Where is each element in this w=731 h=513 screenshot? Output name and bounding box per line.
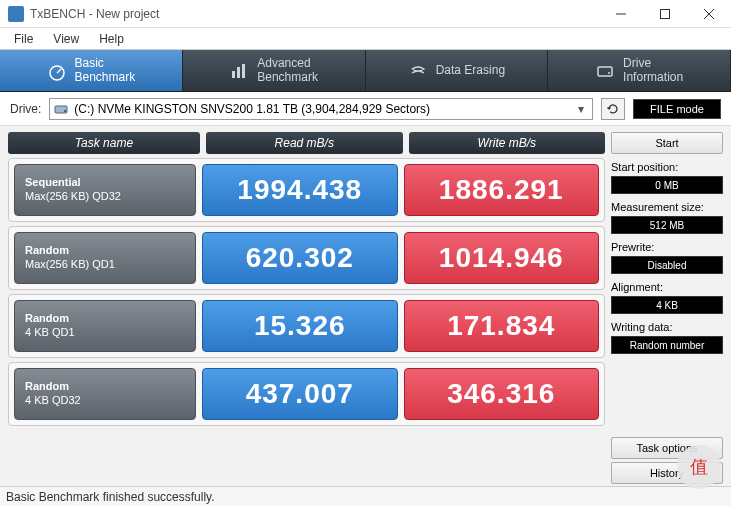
drive-selected-text: (C:) NVMe KINGSTON SNVS200 1.81 TB (3,90…	[74, 102, 568, 116]
task-title: Random	[25, 312, 195, 326]
drive-icon	[595, 61, 615, 81]
prewrite-label: Prewrite:	[611, 241, 723, 253]
write-value[interactable]: 1886.291	[404, 164, 600, 216]
write-value[interactable]: 346.316	[404, 368, 600, 420]
task-title: Sequential	[25, 176, 195, 190]
tab-label: AdvancedBenchmark	[257, 57, 318, 85]
drive-row: Drive: (C:) NVMe KINGSTON SNVS200 1.81 T…	[0, 92, 731, 126]
task-sub: Max(256 KB) QD1	[25, 258, 195, 272]
svg-line-5	[57, 69, 61, 73]
file-mode-button[interactable]: FILE mode	[633, 99, 721, 119]
task-cell[interactable]: RandomMax(256 KB) QD1	[14, 232, 196, 284]
alignment-label: Alignment:	[611, 281, 723, 293]
read-value[interactable]: 620.302	[202, 232, 398, 284]
app-icon	[8, 6, 24, 22]
menubar: File View Help	[0, 28, 731, 50]
reload-button[interactable]	[601, 98, 625, 120]
window-controls	[599, 0, 731, 27]
menu-help[interactable]: Help	[89, 30, 134, 48]
tab-drive-information[interactable]: DriveInformation	[548, 50, 731, 91]
tab-basic-benchmark[interactable]: BasicBenchmark	[0, 50, 183, 91]
statusbar: Basic Benchmark finished successfully.	[0, 486, 731, 506]
tabbar: BasicBenchmark AdvancedBenchmark Data Er…	[0, 50, 731, 92]
measurement-size-value[interactable]: 512 MB	[611, 216, 723, 234]
header-read: Read mB/s	[206, 132, 403, 154]
task-cell[interactable]: Random4 KB QD32	[14, 368, 196, 420]
task-sub: Max(256 KB) QD32	[25, 190, 195, 204]
task-title: Random	[25, 244, 195, 258]
write-value[interactable]: 171.834	[404, 300, 600, 352]
menu-view[interactable]: View	[43, 30, 89, 48]
svg-rect-6	[232, 71, 235, 78]
task-title: Random	[25, 380, 195, 394]
tab-advanced-benchmark[interactable]: AdvancedBenchmark	[183, 50, 366, 91]
tab-label: DriveInformation	[623, 57, 683, 85]
window-title: TxBENCH - New project	[30, 7, 599, 21]
prewrite-value[interactable]: Disabled	[611, 256, 723, 274]
task-sub: 4 KB QD1	[25, 326, 195, 340]
table-row: Random4 KB QD1 15.326 171.834	[8, 294, 605, 358]
write-value[interactable]: 1014.946	[404, 232, 600, 284]
start-button[interactable]: Start	[611, 132, 723, 154]
close-button[interactable]	[687, 0, 731, 27]
start-position-label: Start position:	[611, 161, 723, 173]
titlebar: TxBENCH - New project	[0, 0, 731, 28]
maximize-button[interactable]	[643, 0, 687, 27]
watermark-icon: 值	[677, 445, 721, 489]
alignment-value[interactable]: 4 KB	[611, 296, 723, 314]
sidebar: Start Start position: 0 MB Measurement s…	[611, 132, 723, 484]
benchmark-table: Task name Read mB/s Write mB/s Sequentia…	[8, 132, 605, 484]
chart-icon	[229, 61, 249, 81]
tab-data-erasing[interactable]: Data Erasing	[366, 50, 549, 91]
svg-rect-9	[598, 67, 612, 76]
header-row: Task name Read mB/s Write mB/s	[8, 132, 605, 154]
header-task: Task name	[8, 132, 200, 154]
writing-data-label: Writing data:	[611, 321, 723, 333]
erase-icon	[408, 61, 428, 81]
disk-icon	[54, 102, 68, 116]
read-value[interactable]: 15.326	[202, 300, 398, 352]
chevron-down-icon: ▾	[574, 102, 588, 116]
drive-label: Drive:	[10, 102, 41, 116]
task-cell[interactable]: SequentialMax(256 KB) QD32	[14, 164, 196, 216]
header-write: Write mB/s	[409, 132, 606, 154]
read-value[interactable]: 1994.438	[202, 164, 398, 216]
main-area: Task name Read mB/s Write mB/s Sequentia…	[0, 126, 731, 486]
tab-label: Data Erasing	[436, 64, 505, 78]
start-position-value[interactable]: 0 MB	[611, 176, 723, 194]
status-text: Basic Benchmark finished successfully.	[6, 490, 215, 504]
table-row: RandomMax(256 KB) QD1 620.302 1014.946	[8, 226, 605, 290]
task-cell[interactable]: Random4 KB QD1	[14, 300, 196, 352]
tab-label: BasicBenchmark	[75, 57, 136, 85]
table-row: Random4 KB QD32 437.007 346.316	[8, 362, 605, 426]
svg-rect-1	[661, 9, 670, 18]
svg-rect-7	[237, 67, 240, 78]
measurement-size-label: Measurement size:	[611, 201, 723, 213]
svg-point-12	[64, 110, 66, 112]
table-row: SequentialMax(256 KB) QD32 1994.438 1886…	[8, 158, 605, 222]
gauge-icon	[47, 61, 67, 81]
read-value[interactable]: 437.007	[202, 368, 398, 420]
drive-select[interactable]: (C:) NVMe KINGSTON SNVS200 1.81 TB (3,90…	[49, 98, 593, 120]
task-sub: 4 KB QD32	[25, 394, 195, 408]
menu-file[interactable]: File	[4, 30, 43, 48]
svg-rect-8	[242, 64, 245, 78]
minimize-button[interactable]	[599, 0, 643, 27]
writing-data-value[interactable]: Random number	[611, 336, 723, 354]
svg-point-10	[608, 72, 610, 74]
